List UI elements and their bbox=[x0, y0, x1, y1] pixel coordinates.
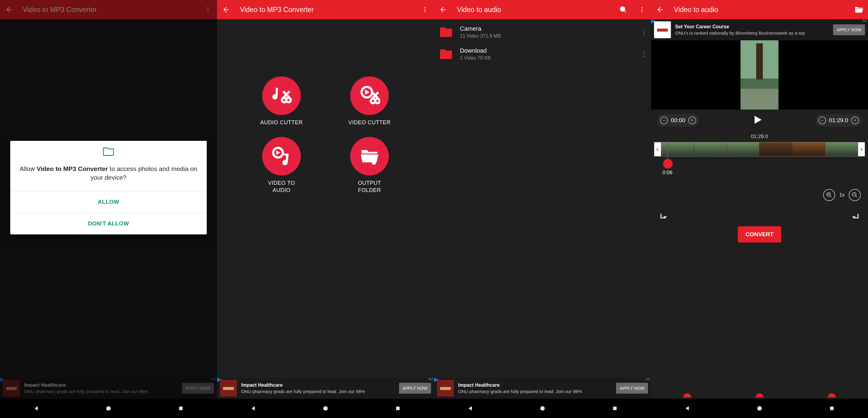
system-nav bbox=[651, 399, 868, 418]
ad-body: ONU's is ranked nationally by Bloomberg … bbox=[675, 30, 829, 36]
app-title: Video to MP3 Converter bbox=[240, 6, 411, 14]
folder-name: Download bbox=[460, 47, 633, 54]
end-increment-button[interactable]: + bbox=[851, 116, 859, 124]
tool-label: AUDIO CUTTER bbox=[260, 119, 303, 126]
overflow-icon[interactable] bbox=[418, 3, 432, 16]
zoom-level: 1x bbox=[839, 192, 844, 198]
search-icon[interactable] bbox=[617, 3, 630, 16]
allow-button[interactable]: ALLOW bbox=[10, 191, 207, 213]
end-time: 01:29.0 bbox=[829, 117, 848, 124]
ad-headline: Set Your Career Course bbox=[675, 24, 829, 30]
timeline-thumb bbox=[760, 142, 792, 156]
svg-rect-4 bbox=[179, 407, 183, 410]
deny-button[interactable]: DON'T ALLOW bbox=[10, 213, 207, 235]
svg-point-3 bbox=[106, 406, 111, 411]
start-time-pill: − 00:00 + bbox=[657, 114, 699, 127]
screen-title: Video to audio bbox=[674, 6, 845, 14]
overflow-icon[interactable] bbox=[635, 3, 649, 16]
svg-point-16 bbox=[620, 7, 625, 11]
folder-item-camera[interactable]: Camera 11 Video 371.6 MB ⋮ bbox=[434, 21, 651, 43]
screen-title: Video to audio bbox=[457, 6, 610, 14]
folder-icon bbox=[438, 48, 454, 60]
ad-headline: Impact Healthcare bbox=[24, 382, 178, 388]
ad-banner-top[interactable]: Ad Set Your Career Course ONU's is ranke… bbox=[651, 19, 868, 40]
right-trim-handle[interactable]: › bbox=[858, 142, 865, 156]
ad-thumbnail bbox=[3, 380, 20, 397]
start-increment-button[interactable]: + bbox=[688, 116, 696, 124]
folder-icon bbox=[102, 146, 115, 156]
tool-video-to-audio[interactable]: VIDEO TO AUDIO bbox=[241, 137, 322, 194]
ad-cta-button[interactable]: APPLY NOW bbox=[616, 383, 648, 394]
video-preview[interactable] bbox=[651, 40, 868, 109]
ad-cta-button[interactable]: APPLY NOW bbox=[399, 383, 431, 394]
start-time: 00:00 bbox=[671, 117, 685, 124]
nav-home-icon[interactable] bbox=[315, 404, 336, 413]
nav-recents-icon[interactable] bbox=[170, 404, 191, 413]
keep-left-icon[interactable] bbox=[659, 211, 672, 222]
ad-thumbnail bbox=[437, 380, 454, 397]
open-folder-icon[interactable] bbox=[852, 3, 866, 16]
nav-home-icon[interactable] bbox=[532, 404, 553, 413]
total-duration: 01:29.0 bbox=[651, 134, 868, 140]
folder-meta: 1 Video 70 KB bbox=[460, 56, 633, 61]
svg-point-20 bbox=[540, 406, 545, 411]
system-nav bbox=[0, 399, 217, 418]
back-icon[interactable] bbox=[436, 3, 450, 16]
video-frame bbox=[741, 40, 778, 109]
left-trim-handle[interactable]: ‹ bbox=[654, 142, 661, 156]
back-icon[interactable] bbox=[219, 3, 233, 16]
svg-point-14 bbox=[323, 406, 328, 411]
tool-label: VIDEO TO AUDIO bbox=[268, 180, 295, 194]
ad-label: Ad bbox=[645, 377, 650, 381]
nav-home-icon[interactable] bbox=[749, 404, 770, 413]
timeline-thumb bbox=[727, 142, 760, 156]
nav-back-icon[interactable] bbox=[677, 404, 698, 413]
svg-point-24 bbox=[757, 406, 762, 411]
ad-cta-button[interactable]: APPLY NOW bbox=[833, 24, 865, 35]
tool-audio-cutter[interactable]: AUDIO CUTTER bbox=[241, 76, 322, 126]
start-decrement-button[interactable]: − bbox=[660, 116, 668, 124]
ad-label: Ad bbox=[211, 377, 216, 381]
ad-banner[interactable]: Ad Impact Healthcare ONU pharmacy grads … bbox=[217, 378, 434, 399]
nav-back-icon[interactable] bbox=[460, 404, 481, 413]
folder-item-download[interactable]: Download 1 Video 70 KB ⋮ bbox=[434, 43, 651, 65]
timeline-thumb bbox=[792, 142, 825, 156]
end-decrement-button[interactable]: − bbox=[818, 116, 826, 124]
keep-right-icon[interactable] bbox=[847, 211, 860, 222]
timeline-strip[interactable]: ‹ › bbox=[654, 142, 865, 156]
ad-label: Ad bbox=[862, 19, 867, 23]
zoom-in-button[interactable] bbox=[823, 189, 835, 201]
ad-headline: Impact Healthcare bbox=[241, 382, 395, 388]
tool-output-folder[interactable]: OUTPUT FOLDER bbox=[329, 137, 410, 194]
playhead-handle[interactable] bbox=[663, 159, 673, 169]
nav-recents-icon[interactable] bbox=[604, 404, 625, 413]
appbar: Video to audio bbox=[434, 0, 651, 19]
svg-point-6 bbox=[424, 9, 426, 10]
bottom-accent bbox=[651, 393, 868, 399]
nav-home-icon[interactable] bbox=[98, 404, 119, 413]
tool-label: OUTPUT FOLDER bbox=[358, 180, 381, 194]
folder-overflow-icon[interactable]: ⋮ bbox=[640, 50, 649, 58]
appbar: Video to MP3 Converter bbox=[0, 0, 217, 19]
back-icon[interactable] bbox=[2, 3, 16, 16]
zoom-out-button[interactable] bbox=[849, 189, 861, 201]
convert-button[interactable]: CONVERT bbox=[738, 226, 781, 243]
ad-banner[interactable]: Ad Impact Healthcare ONU pharmacy grads … bbox=[0, 378, 217, 399]
nav-back-icon[interactable] bbox=[243, 404, 264, 413]
system-nav bbox=[217, 399, 434, 418]
overflow-icon[interactable] bbox=[201, 3, 215, 16]
content-area: AUDIO FOLDER Allow Video to MP3 Converte… bbox=[0, 19, 217, 418]
play-button[interactable] bbox=[751, 114, 763, 127]
nav-recents-icon[interactable] bbox=[821, 404, 842, 413]
tool-grid: AUDIO CUTTER VIDEO CUTTER VIDEO TO AUDIO… bbox=[217, 19, 434, 418]
nav-back-icon[interactable] bbox=[26, 404, 47, 413]
ad-cta-button[interactable]: APPLY NOW bbox=[182, 383, 214, 394]
svg-point-1 bbox=[207, 9, 209, 10]
svg-point-5 bbox=[424, 7, 426, 8]
folder-overflow-icon[interactable]: ⋮ bbox=[640, 28, 649, 36]
svg-point-17 bbox=[641, 7, 643, 8]
nav-recents-icon[interactable] bbox=[387, 404, 408, 413]
back-icon[interactable] bbox=[653, 3, 667, 16]
ad-banner[interactable]: Ad Impact Healthcare ONU pharmacy grads … bbox=[434, 378, 651, 399]
tool-video-cutter[interactable]: VIDEO CUTTER bbox=[329, 76, 410, 126]
